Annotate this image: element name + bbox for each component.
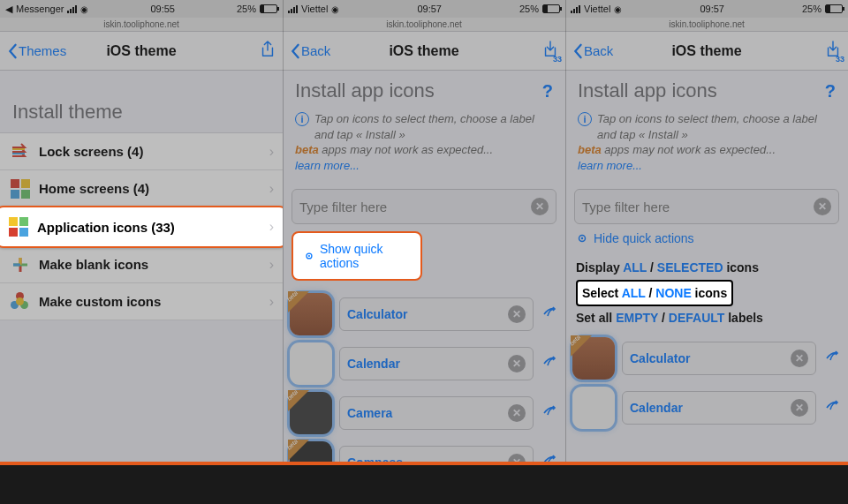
- wifi-icon: ◉: [80, 4, 88, 14]
- share-icon[interactable]: [541, 404, 558, 422]
- clear-icon[interactable]: ✕: [814, 198, 831, 215]
- nav-bar: Back iOS theme 33: [283, 32, 565, 71]
- setall-row: Set all EMPTY / DEFAULT labels: [576, 306, 837, 330]
- row-home-screens[interactable]: Home screens (4) ›: [0, 170, 283, 207]
- share-icon[interactable]: [823, 350, 841, 367]
- app-row-calendar: Calendar✕: [290, 339, 558, 388]
- row-label: Lock screens (4): [39, 144, 269, 159]
- select-all[interactable]: ALL: [622, 286, 646, 300]
- app-icon-calculator[interactable]: [290, 293, 332, 335]
- clear-icon[interactable]: ✕: [531, 198, 549, 215]
- ms-squares-icon: [9, 217, 28, 237]
- share-icon[interactable]: [823, 399, 841, 417]
- signal-icon: [67, 5, 77, 13]
- setall-default[interactable]: DEFAULT: [669, 311, 725, 325]
- clear-icon[interactable]: ✕: [508, 404, 526, 422]
- row-label: Make blank icons: [39, 257, 269, 272]
- row-label: Make custom icons: [39, 294, 269, 309]
- beta-ribbon-icon: [571, 335, 592, 357]
- filter-input-wrap[interactable]: ✕: [292, 189, 556, 224]
- back-button[interactable]: Themes: [7, 43, 66, 59]
- app-icon-calendar[interactable]: [572, 387, 615, 429]
- battery-pct: 25%: [237, 4, 256, 14]
- learn-more-link[interactable]: learn more...: [578, 159, 642, 172]
- dots-icon: [11, 292, 30, 312]
- app-name-input[interactable]: Calendar✕: [622, 391, 816, 425]
- clear-icon[interactable]: ✕: [508, 355, 526, 372]
- row-custom-icons[interactable]: Make custom icons ›: [0, 283, 283, 320]
- show-quick-actions-link[interactable]: Show quick actions: [292, 231, 422, 281]
- chevron-right-icon: ›: [269, 294, 274, 310]
- nav-bar: Themes iOS theme: [0, 32, 283, 71]
- svg-point-3: [581, 237, 583, 239]
- install-button[interactable]: 33: [825, 41, 841, 62]
- hide-quick-actions-link[interactable]: Hide quick actions: [576, 231, 837, 245]
- back-to-app: Messenger: [16, 4, 64, 14]
- beta-ribbon-icon: [288, 440, 309, 461]
- display-selected[interactable]: SELECTED: [657, 260, 723, 275]
- plus-icon: [11, 255, 30, 275]
- wifi-icon: ◉: [614, 4, 622, 14]
- url-bar[interactable]: iskin.tooliphone.net: [0, 18, 283, 32]
- share-button[interactable]: [260, 41, 276, 62]
- divider: [565, 0, 566, 504]
- app-name-input[interactable]: Camera✕: [339, 396, 534, 430]
- beta-ribbon-icon: [288, 291, 309, 312]
- chevron-left-icon: [290, 43, 300, 59]
- divider: [283, 0, 284, 504]
- chevron-right-icon: ›: [269, 219, 274, 235]
- app-name-input[interactable]: Calculator✕: [339, 297, 534, 331]
- row-application-icons[interactable]: Application icons (33) ›: [0, 206, 283, 248]
- learn-more-link[interactable]: learn more...: [295, 159, 360, 172]
- clear-icon[interactable]: ✕: [508, 305, 526, 323]
- share-icon[interactable]: [541, 305, 558, 323]
- page-heading: Install app icons ?: [283, 71, 565, 108]
- help-button[interactable]: ?: [825, 81, 836, 102]
- chevron-right-icon: ›: [269, 257, 274, 273]
- clear-icon[interactable]: ✕: [791, 350, 808, 367]
- signal-icon: [571, 5, 580, 13]
- gear-icon: [304, 250, 314, 262]
- row-label: Home screens (4): [39, 181, 269, 196]
- url-bar[interactable]: iskin.tooliphone.net: [565, 18, 848, 32]
- install-button[interactable]: 33: [542, 41, 558, 62]
- app-icon-camera[interactable]: [290, 392, 332, 434]
- share-icon[interactable]: [541, 355, 558, 372]
- clear-icon[interactable]: ✕: [791, 399, 808, 417]
- url-bar[interactable]: iskin.tooliphone.net: [283, 18, 565, 32]
- app-list: Calculator✕ Calendar✕: [565, 334, 848, 433]
- row-lock-screens[interactable]: Lock screens (4) ›: [0, 133, 283, 170]
- theme-list: Lock screens (4) › Home screens (4) › Ap…: [0, 132, 283, 320]
- app-row-calculator: Calculator✕: [572, 334, 841, 383]
- page-heading: Install app icons ?: [565, 71, 848, 108]
- gear-icon: [576, 232, 588, 244]
- beta-ribbon-icon: [288, 390, 309, 411]
- status-time: 09:57: [700, 4, 724, 14]
- chevron-left-icon: [572, 43, 583, 59]
- filter-input-wrap[interactable]: ✕: [574, 189, 839, 224]
- row-blank-icons[interactable]: Make blank icons ›: [0, 246, 283, 283]
- app-name-input[interactable]: Calendar✕: [339, 347, 534, 380]
- wifi-icon: ◉: [331, 4, 339, 14]
- back-button[interactable]: Back: [572, 43, 613, 59]
- display-all[interactable]: ALL: [623, 260, 647, 275]
- chevron-right-icon: ›: [269, 144, 274, 160]
- help-button[interactable]: ?: [542, 81, 553, 102]
- status-time: 09:57: [417, 4, 442, 14]
- battery-pct: 25%: [519, 4, 539, 14]
- setall-empty[interactable]: EMPTY: [616, 311, 658, 325]
- filter-input[interactable]: [582, 199, 814, 214]
- app-icon-calculator[interactable]: [572, 337, 615, 380]
- section-title: Install theme: [0, 71, 283, 132]
- app-row-camera: Camera✕: [290, 388, 558, 438]
- back-button[interactable]: Back: [290, 43, 330, 59]
- app-icon-calendar[interactable]: [290, 342, 332, 385]
- filter-input[interactable]: [299, 199, 531, 214]
- install-badge: 33: [836, 55, 844, 64]
- battery-icon: [825, 4, 843, 13]
- nav-bar: Back iOS theme 33: [565, 32, 848, 71]
- app-row-calculator: Calculator✕: [290, 290, 558, 339]
- app-name-input[interactable]: Calculator✕: [622, 342, 816, 375]
- select-none[interactable]: NONE: [655, 286, 691, 300]
- info-block: iTap on icons to select them, choose a l…: [283, 108, 565, 178]
